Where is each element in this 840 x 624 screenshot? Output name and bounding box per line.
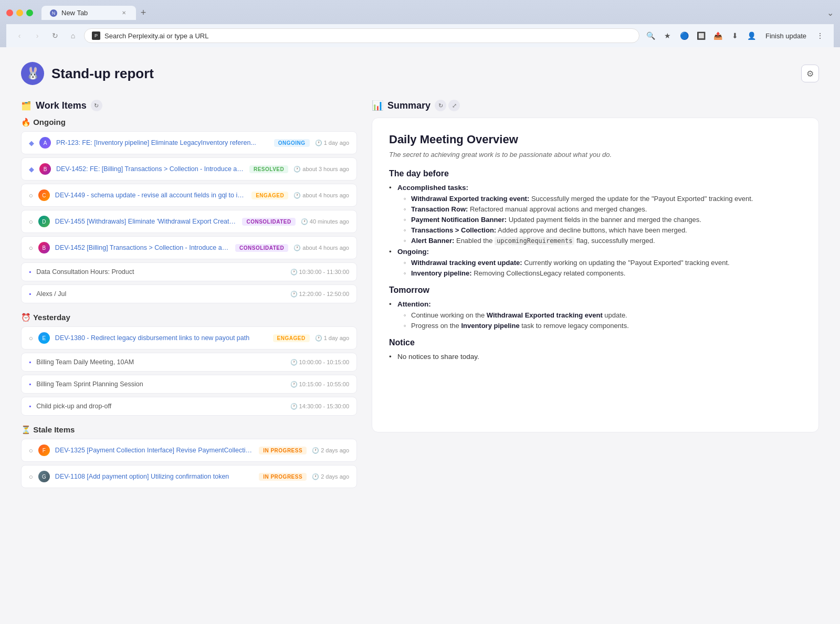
stale-title: ⏳ Stale Items	[21, 425, 357, 435]
list-item[interactable]: ○ F DEV-1325 [Payment Collection Interfa…	[21, 439, 357, 462]
profile-icon[interactable]: 👤	[744, 28, 759, 43]
yesterday-section: ⏰ Yesterday ○ E DEV-1380 - Redirect lega…	[21, 313, 357, 416]
item-circle-icon: ○	[29, 447, 33, 454]
notice-list: No notices to share today.	[389, 353, 802, 361]
list-item: Transactions > Collection: Added approve…	[404, 226, 802, 234]
extension-icon-1[interactable]: 🔵	[677, 28, 692, 43]
active-tab[interactable]: N New Tab ✕	[41, 6, 136, 20]
forward-button[interactable]: ›	[30, 29, 44, 43]
home-button[interactable]: ⌂	[66, 29, 80, 43]
item-link[interactable]: DEV-1452 [Billing] Transactions > Collec…	[55, 244, 230, 251]
status-badge: ONGOING	[274, 139, 310, 147]
traffic-lights	[6, 9, 33, 16]
list-item[interactable]: ○ E DEV-1380 - Redirect legacy disbursem…	[21, 326, 357, 350]
item-link[interactable]: DEV-1449 - schema update - revise all ac…	[55, 192, 246, 199]
item-link[interactable]: DEV-1325 [Payment Collection Interface] …	[55, 447, 254, 454]
new-tab-button[interactable]: +	[136, 5, 151, 20]
tab-close-button[interactable]: ✕	[120, 9, 128, 17]
browser-chrome: N New Tab ✕ + ⌄ ‹ › ↻ ⌂ P Search Perplex…	[0, 0, 840, 47]
list-item-label: Inventory pipeline	[461, 322, 519, 330]
avatar: C	[38, 189, 50, 201]
settings-icon: ⚙	[806, 69, 814, 79]
reload-button[interactable]: ↻	[48, 29, 62, 43]
list-item[interactable]: ◆ B DEV-1452: FE: [Billing] Transactions…	[21, 157, 357, 181]
browser-expand-icon[interactable]: ⌄	[827, 8, 834, 18]
extension-icon-3[interactable]: 📤	[711, 28, 726, 43]
list-item[interactable]: ○ G DEV-1108 [Add payment option] Utiliz…	[21, 465, 357, 488]
search-icon[interactable]: 🔍	[644, 28, 658, 43]
tab-right-controls: ⌄	[827, 8, 834, 18]
more-menu-icon[interactable]: ⋮	[813, 28, 827, 43]
list-item[interactable]: ◆ A PR-123: FE: [Inventory pipeline] Eli…	[21, 131, 357, 154]
browser-toolbar: ‹ › ↻ ⌂ P Search Perplexity.ai or type a…	[6, 24, 834, 47]
avatar: B	[38, 242, 50, 253]
settings-button[interactable]: ⚙	[801, 65, 819, 82]
calendar-event-text: Child pick-up and drop-off	[36, 403, 290, 410]
item-circle-icon: ○	[29, 244, 33, 252]
titlebar: N New Tab ✕ + ⌄	[6, 5, 834, 20]
yesterday-title: ⏰ Yesterday	[21, 313, 357, 322]
tab-favicon: N	[50, 9, 57, 17]
bookmark-icon[interactable]: ★	[660, 28, 675, 43]
item-time: 🕐 about 4 hours ago	[293, 245, 349, 251]
calendar-event-time: 🕐 14:30:00 - 15:30:00	[290, 403, 349, 410]
status-badge: RESOLVED	[249, 165, 288, 173]
list-item-label: Alert Banner:	[411, 237, 454, 245]
list-item-label: Transactions > Collection:	[411, 226, 496, 234]
calendar-event-text: Billing Team Sprint Planning Session	[36, 380, 290, 388]
minimize-window-button[interactable]	[16, 9, 23, 16]
address-bar[interactable]: P Search Perplexity.ai or type a URL	[84, 28, 639, 43]
item-circle-icon: ○	[29, 192, 33, 199]
summary-refresh-button[interactable]: ↻	[435, 100, 446, 111]
summary-subtitle: The secret to achieving great work is to…	[389, 151, 802, 158]
extension-icon-2[interactable]: 🔲	[694, 28, 709, 43]
item-time: 🕐 about 3 hours ago	[293, 166, 349, 173]
item-time: 🕐 2 days ago	[312, 447, 349, 454]
list-item: Withdrawal tracking event update: Curren…	[404, 259, 802, 267]
ongoing-title: 🔥 Ongoing	[21, 118, 357, 127]
calendar-event-time: 🕐 10:00:00 - 10:15:00	[290, 359, 349, 366]
summary-expand-button[interactable]: ⤢	[448, 100, 460, 111]
accomplished-sublist: Withdrawal Exported tracking event: Succ…	[404, 195, 802, 245]
tomorrow-sublist: Continue working on the Withdrawal Expor…	[404, 311, 802, 330]
work-items-title: Work Items	[36, 100, 87, 111]
list-item-label: Withdrawal tracking event update:	[411, 259, 522, 267]
finish-update-button[interactable]: Finish update	[761, 30, 811, 42]
list-item[interactable]: ○ C DEV-1449 - schema update - revise al…	[21, 184, 357, 207]
item-link[interactable]: PR-123: FE: [Inventory pipeline] Elimina…	[56, 139, 269, 146]
work-items-header: 🗂️ Work Items ↻	[21, 100, 357, 111]
list-item: Ongoing: Withdrawal tracking event updat…	[389, 248, 802, 277]
close-window-button[interactable]	[6, 9, 13, 16]
app-content: 🐰 Stand-up report ⚙ 🗂️ Work Items ↻ 🔥 On…	[0, 47, 840, 624]
avatar: B	[39, 163, 51, 175]
ongoing-sublist: Withdrawal tracking event update: Curren…	[404, 259, 802, 277]
list-item[interactable]: ○ D DEV-1455 [Withdrawals] Eliminate 'Wi…	[21, 210, 357, 233]
item-link[interactable]: DEV-1455 [Withdrawals] Eliminate 'Withdr…	[55, 218, 237, 225]
extension-icon-4[interactable]: ⬇	[728, 28, 742, 43]
status-badge: IN PROGRESS	[259, 473, 307, 481]
day-before-title: The day before	[389, 169, 802, 178]
list-item[interactable]: ○ B DEV-1452 [Billing] Transactions > Co…	[21, 236, 357, 259]
item-link[interactable]: DEV-1452: FE: [Billing] Transactions > C…	[56, 165, 244, 173]
status-badge: ENGAGED	[273, 334, 310, 342]
list-item: ▪ Child pick-up and drop-off 🕐 14:30:00 …	[21, 397, 357, 416]
list-item: Transaction Row: Refactored manual appro…	[404, 205, 802, 213]
avatar: F	[38, 445, 50, 456]
work-items-refresh-button[interactable]: ↻	[91, 100, 102, 111]
back-button[interactable]: ‹	[13, 29, 26, 43]
list-item-label: Inventory pipeline:	[411, 269, 472, 277]
list-item-label: Ongoing:	[397, 248, 429, 256]
list-item: Progress on the Inventory pipeline task …	[404, 322, 802, 330]
item-link[interactable]: DEV-1108 [Add payment option] Utilizing …	[55, 473, 254, 480]
left-panel: 🗂️ Work Items ↻ 🔥 Ongoing ◆ A PR-123: FE…	[21, 100, 357, 498]
item-link[interactable]: DEV-1380 - Redirect legacy disbursement …	[55, 334, 268, 342]
avatar: A	[39, 137, 51, 149]
maximize-window-button[interactable]	[26, 9, 33, 16]
stale-section: ⏳ Stale Items ○ F DEV-1325 [Payment Coll…	[21, 425, 357, 488]
list-item: Attention: Continue working on the Withd…	[389, 300, 802, 330]
tomorrow-list: Attention: Continue working on the Withd…	[389, 300, 802, 330]
calendar-icon: ▪	[29, 268, 31, 276]
main-layout: 🗂️ Work Items ↻ 🔥 Ongoing ◆ A PR-123: FE…	[21, 100, 819, 498]
calendar-event-text: Alexs / Jul	[36, 290, 290, 298]
toolbar-actions: 🔍 ★ 🔵 🔲 📤 ⬇ 👤 Finish update ⋮	[644, 28, 827, 43]
